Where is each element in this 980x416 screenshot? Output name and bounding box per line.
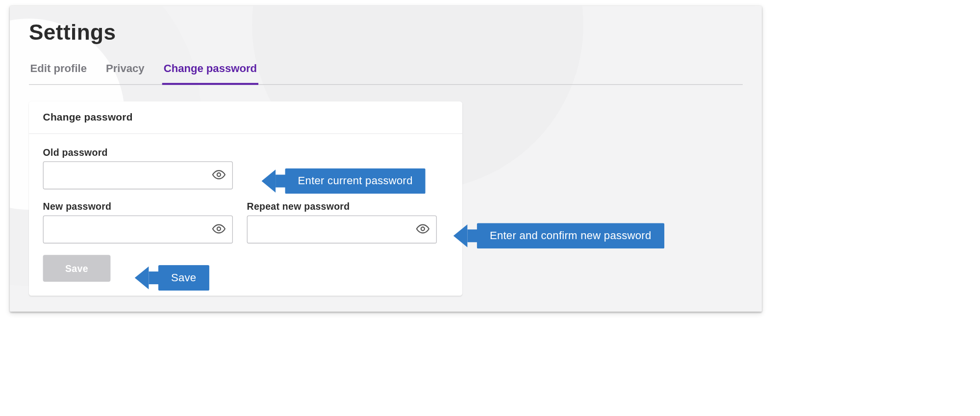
card-body: Old password New password — [29, 134, 462, 295]
tabs: Edit profile Privacy Change password — [29, 63, 743, 85]
new-password-field-group: New password — [43, 201, 233, 244]
card-title: Change password — [29, 101, 462, 134]
callout-enter-confirm: Enter and confirm new password — [453, 223, 664, 248]
toggle-new-password-visibility[interactable] — [210, 220, 227, 238]
old-password-field-group: Old password — [43, 147, 233, 189]
page-title: Settings — [29, 20, 743, 45]
toggle-repeat-password-visibility[interactable] — [414, 220, 431, 238]
repeat-password-field-group: Repeat new password — [247, 201, 437, 244]
settings-page: Settings Edit profile Privacy Change pas… — [10, 6, 762, 312]
svg-point-0 — [217, 172, 221, 176]
old-password-label: Old password — [43, 147, 233, 157]
repeat-password-label: Repeat new password — [247, 201, 437, 212]
tab-edit-profile[interactable]: Edit profile — [29, 63, 88, 85]
eye-icon — [416, 221, 430, 238]
svg-point-1 — [217, 227, 221, 230]
eye-icon — [212, 168, 226, 184]
old-password-input[interactable] — [43, 161, 233, 189]
toggle-old-password-visibility[interactable] — [210, 167, 227, 184]
new-password-input[interactable] — [43, 216, 233, 244]
eye-icon — [212, 221, 226, 238]
change-password-card: Change password Old password — [29, 101, 462, 296]
new-password-label: New password — [43, 201, 233, 212]
callout-label: Enter and confirm new password — [477, 223, 664, 248]
repeat-password-input[interactable] — [247, 216, 437, 244]
save-button[interactable]: Save — [43, 255, 111, 282]
svg-point-2 — [421, 227, 425, 230]
tab-change-password[interactable]: Change password — [162, 63, 258, 85]
tab-privacy[interactable]: Privacy — [104, 63, 146, 85]
